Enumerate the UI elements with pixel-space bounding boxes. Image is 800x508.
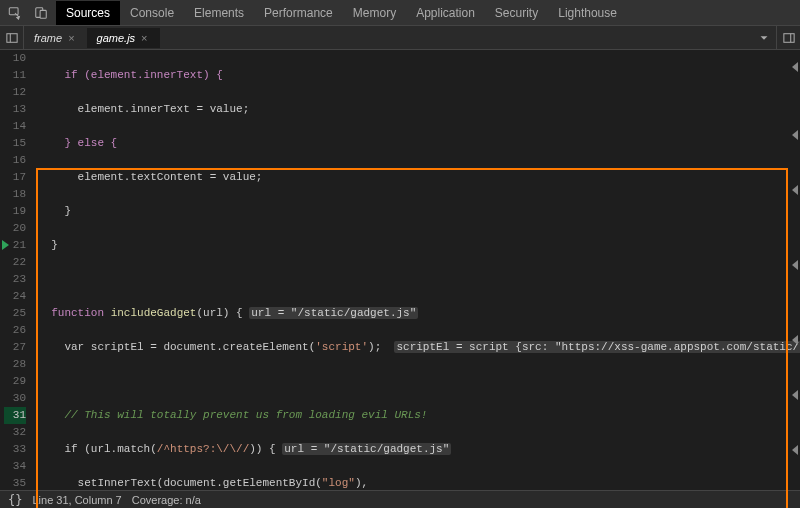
line-number[interactable]: 29 (4, 373, 26, 390)
tab-elements[interactable]: Elements (184, 1, 254, 25)
code-content[interactable]: if (element.innerText) { element.innerTe… (32, 50, 800, 490)
line-number[interactable]: 18 (4, 186, 26, 203)
tab-memory[interactable]: Memory (343, 1, 406, 25)
code-text: function (38, 307, 111, 319)
code-editor[interactable]: 10 11 12 13 14 15 16 17 18 19 20 21 22 2… (0, 50, 800, 490)
line-number[interactable]: 17 (4, 169, 26, 186)
line-number-gutter[interactable]: 10 11 12 13 14 15 16 17 18 19 20 21 22 2… (0, 50, 32, 490)
line-number[interactable]: 28 (4, 356, 26, 373)
more-tabs-icon[interactable] (752, 26, 776, 50)
exec-arrow-icon (2, 240, 9, 250)
code-comment: // This will totally prevent us from loa… (38, 409, 427, 421)
minimap-markers (788, 50, 800, 490)
code-text: /^https?:\/\// (157, 443, 249, 455)
marker-icon (792, 390, 798, 400)
code-text: (url) { (196, 307, 249, 319)
close-icon[interactable]: × (68, 32, 74, 44)
cursor-position: Line 31, Column 7 (32, 494, 121, 506)
tab-application[interactable]: Application (406, 1, 485, 25)
navigator-toggle-icon[interactable] (0, 26, 24, 50)
line-number[interactable]: 24 (4, 288, 26, 305)
line-number[interactable]: 25 (4, 305, 26, 322)
svg-rect-3 (6, 33, 16, 42)
pretty-print-icon[interactable]: {} (8, 493, 22, 507)
code-text: element.textContent = value; (38, 169, 800, 186)
line-number[interactable]: 22 (4, 254, 26, 271)
line-number[interactable]: 12 (4, 84, 26, 101)
code-text: } (38, 203, 800, 220)
code-text: if (url.match( (38, 443, 157, 455)
marker-icon (792, 260, 798, 270)
code-text (38, 373, 800, 390)
svg-rect-0 (9, 7, 18, 14)
line-number[interactable]: 21 (4, 237, 26, 254)
line-number[interactable]: 30 (4, 390, 26, 407)
inline-value: url = "/static/gadget.js" (249, 307, 418, 319)
marker-icon (792, 130, 798, 140)
code-text: setInnerText(document.getElementById( (38, 477, 322, 489)
code-text: includeGadget (111, 307, 197, 319)
line-number[interactable]: 31 (4, 407, 26, 424)
file-tab-frame[interactable]: frame× (24, 28, 87, 48)
file-tab-game-js[interactable]: game.js× (87, 28, 160, 48)
file-tab-label: game.js (97, 32, 136, 44)
marker-icon (792, 62, 798, 72)
inline-value: scriptEl = script {src: "https://xss-gam… (394, 341, 800, 353)
svg-rect-5 (783, 33, 793, 42)
tab-sources[interactable]: Sources (56, 1, 120, 25)
line-number[interactable]: 26 (4, 322, 26, 339)
status-bar: {} Line 31, Column 7 Coverage: n/a (0, 490, 800, 508)
code-text: ), (355, 477, 368, 489)
code-text: element.innerText = value; (38, 101, 800, 118)
devtools-main-tabs: Sources Console Elements Performance Mem… (0, 0, 800, 26)
close-icon[interactable]: × (141, 32, 147, 44)
code-text: } (38, 237, 800, 254)
line-number[interactable]: 23 (4, 271, 26, 288)
line-number[interactable]: 33 (4, 441, 26, 458)
marker-icon (792, 335, 798, 345)
debugger-pane-toggle-icon[interactable] (776, 26, 800, 50)
sources-file-tabs: frame× game.js× (0, 26, 800, 50)
code-text: ); (368, 341, 394, 353)
device-toolbar-icon[interactable] (30, 2, 52, 24)
line-number[interactable]: 13 (4, 101, 26, 118)
line-number[interactable]: 16 (4, 152, 26, 169)
line-number[interactable]: 19 (4, 203, 26, 220)
marker-icon (792, 185, 798, 195)
coverage-status: Coverage: n/a (132, 494, 201, 506)
line-number[interactable]: 27 (4, 339, 26, 356)
line-number[interactable]: 32 (4, 424, 26, 441)
line-number[interactable]: 15 (4, 135, 26, 152)
code-text: 'script' (315, 341, 368, 353)
line-number[interactable]: 11 (4, 67, 26, 84)
line-number[interactable]: 10 (4, 50, 26, 67)
inline-value: url = "/static/gadget.js" (282, 443, 451, 455)
line-number[interactable]: 20 (4, 220, 26, 237)
code-text (38, 271, 800, 288)
code-text: "log" (322, 477, 355, 489)
tab-console[interactable]: Console (120, 1, 184, 25)
inspect-element-icon[interactable] (4, 2, 26, 24)
line-number[interactable]: 14 (4, 118, 26, 135)
tab-lighthouse[interactable]: Lighthouse (548, 1, 627, 25)
code-text: var scriptEl = document.createElement( (38, 341, 315, 353)
marker-icon (792, 445, 798, 455)
tab-performance[interactable]: Performance (254, 1, 343, 25)
tab-security[interactable]: Security (485, 1, 548, 25)
line-number[interactable]: 34 (4, 458, 26, 475)
code-text: if (element.innerText) { (38, 69, 223, 81)
svg-rect-2 (40, 10, 46, 18)
file-tab-label: frame (34, 32, 62, 44)
code-text: )) { (249, 443, 282, 455)
code-text: } else { (38, 137, 117, 149)
